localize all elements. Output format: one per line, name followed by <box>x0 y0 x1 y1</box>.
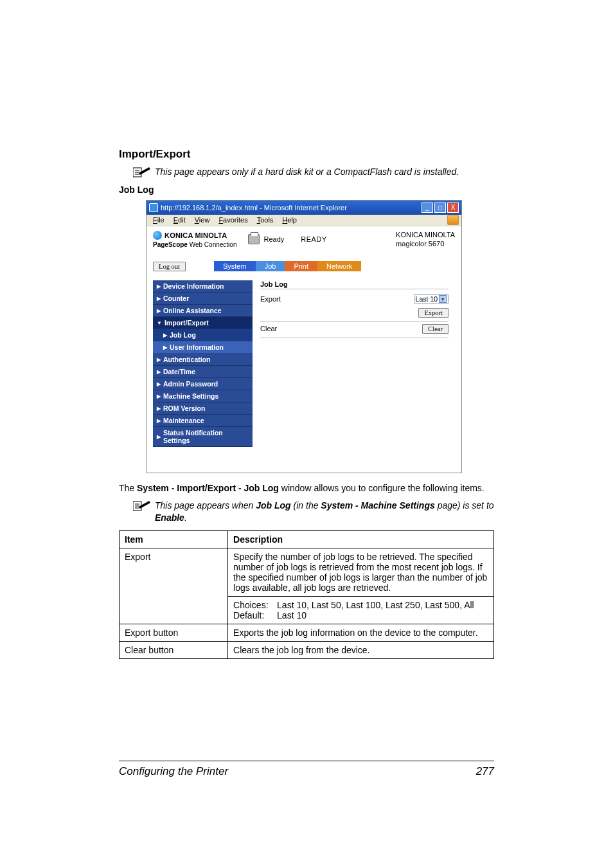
chevron-right-icon: ▶ <box>157 393 161 399</box>
export-count-select[interactable]: Last 10 ▾ <box>414 294 449 303</box>
chevron-right-icon: ▶ <box>157 357 161 363</box>
model-line2: magicolor 5670 <box>396 239 455 248</box>
ie-icon <box>149 203 158 212</box>
export-button[interactable]: Export <box>418 308 449 318</box>
sidebar-item-label: Counter <box>163 294 189 302</box>
sidebar-item-label: Authentication <box>163 356 211 363</box>
ie-throbber-icon <box>447 215 459 225</box>
export-row: Export Last 10 ▾ <box>260 294 449 303</box>
td-export-button-desc: Exports the job log information on the d… <box>228 624 494 642</box>
sidebar-item-maintenance[interactable]: ▶Maintenance <box>153 415 253 427</box>
note2-pre: This page appears when <box>155 500 256 511</box>
chevron-right-icon: ▶ <box>157 381 161 387</box>
window-minimize-button[interactable]: _ <box>422 203 433 213</box>
note2-mid: (in the <box>291 500 321 511</box>
sidebar-item-date-time[interactable]: ▶Date/Time <box>153 366 253 378</box>
sidebar-item-machine-settings[interactable]: ▶Machine Settings <box>153 390 253 402</box>
header-bar: KONICA MINOLTA PageScope Web Connection … <box>153 230 455 249</box>
note-text: This page appears only if a hard disk ki… <box>155 166 459 178</box>
logout-button[interactable]: Log out <box>153 262 186 271</box>
divider <box>260 338 449 338</box>
td-clear-button-item: Clear button <box>120 642 228 659</box>
menu-bar: File Edit View Favorites Tools Help <box>147 215 461 226</box>
sidebar-sub-user-info[interactable]: ▶User Information <box>153 341 253 354</box>
sidebar-item-label: Job Log <box>170 331 196 339</box>
tab-network[interactable]: Network <box>317 261 361 271</box>
menu-tools[interactable]: Tools <box>253 215 278 224</box>
sidebar-item-import-export[interactable]: ▼Import/Export <box>153 317 253 329</box>
subsection-heading: Job Log <box>119 185 494 195</box>
td-export-choices: Choices:Last 10, Last 50, Last 100, Last… <box>228 597 494 624</box>
note2-b3: Enable <box>155 512 184 523</box>
chevron-right-icon: ▶ <box>157 406 161 411</box>
sidebar-item-device-info[interactable]: ▶Device Information <box>153 280 253 293</box>
chevron-right-icon: ▶ <box>163 345 167 350</box>
chevron-down-icon: ▾ <box>439 295 447 303</box>
description-table: Item Description Export Specify the numb… <box>119 530 494 659</box>
chevron-right-icon: ▶ <box>157 418 161 424</box>
td-export-desc: Specify the number of job logs to be ret… <box>228 548 494 597</box>
note2-mid2: page) is set to <box>435 500 494 511</box>
chevron-right-icon: ▶ <box>157 369 161 375</box>
note-joblog-enable: This page appears when Job Log (in the S… <box>119 500 494 524</box>
sidebar-item-rom-version[interactable]: ▶ROM Version <box>153 402 253 415</box>
sidebar-item-label: Device Information <box>163 282 224 290</box>
window-maximize-button[interactable]: □ <box>434 203 446 213</box>
sidebar-item-label: User Information <box>170 343 224 351</box>
note-icon <box>133 500 151 511</box>
sidebar-item-admin-password[interactable]: ▶Admin Password <box>153 378 253 390</box>
sidebar-item-label: Machine Settings <box>163 392 218 400</box>
sidebar-item-label: Status Notification Settings <box>163 429 249 444</box>
window-titlebar: http://192.168.1.2/a_index.html - Micros… <box>147 201 461 215</box>
window-close-button[interactable]: X <box>447 203 459 213</box>
clear-label: Clear <box>260 325 324 332</box>
export-desc-text: Specify the number of job logs to be ret… <box>233 552 488 593</box>
td-clear-button-desc: Clears the job log from the device. <box>228 642 494 659</box>
menu-edit[interactable]: Edit <box>170 215 190 224</box>
sidebar-item-label: Admin Password <box>163 380 218 388</box>
chevron-right-icon: ▶ <box>163 332 167 338</box>
body-post: window allows you to configure the follo… <box>279 483 484 493</box>
body-bold: System - Import/Export - Job Log <box>137 483 279 493</box>
td-export-item: Export <box>120 548 228 624</box>
td-export-button-item: Export button <box>120 624 228 642</box>
section-heading: Import/Export <box>119 148 494 161</box>
tab-job[interactable]: Job <box>256 261 285 271</box>
tab-system[interactable]: System <box>214 261 256 271</box>
chevron-right-icon: ▶ <box>157 284 161 289</box>
km-logo: KONICA MINOLTA <box>153 231 236 240</box>
export-label: Export <box>260 295 324 303</box>
page-content: KONICA MINOLTA PageScope Web Connection … <box>147 226 461 473</box>
clear-button[interactable]: Clear <box>422 324 449 334</box>
note2-b2: System - Machine Settings <box>321 500 434 511</box>
pagescope-bold: PageScope <box>153 241 188 248</box>
chevron-right-icon: ▶ <box>157 296 161 302</box>
sidebar-item-authentication[interactable]: ▶Authentication <box>153 354 253 366</box>
clear-row: Clear Clear <box>260 325 449 332</box>
status-label: Ready <box>263 235 284 243</box>
body-paragraph: The System - Import/Export - Job Log win… <box>119 482 494 495</box>
menu-help[interactable]: Help <box>278 215 301 224</box>
tab-print[interactable]: Print <box>285 261 317 271</box>
menu-file[interactable]: File <box>149 215 168 224</box>
note-text: This page appears when Job Log (in the S… <box>155 500 494 524</box>
menu-view[interactable]: View <box>191 215 214 224</box>
window-title: http://192.168.1.2/a_index.html - Micros… <box>161 204 422 212</box>
divider <box>260 321 449 322</box>
pagescope-rest: Web Connection <box>188 241 237 248</box>
menu-favorites[interactable]: Favorites <box>215 215 251 224</box>
sidebar-item-label: Maintenance <box>163 417 204 424</box>
th-item: Item <box>120 531 228 548</box>
pagescope-label: PageScope Web Connection <box>153 241 236 248</box>
choices-value: Last 10, Last 50, Last 100, Last 250, La… <box>277 600 474 610</box>
sidebar-item-status-notification[interactable]: ▶Status Notification Settings <box>153 427 253 447</box>
sidebar-item-counter[interactable]: ▶Counter <box>153 293 253 305</box>
chevron-right-icon: ▶ <box>157 308 161 314</box>
note2-b1: Job Log <box>256 500 290 511</box>
sidebar-item-online-assistance[interactable]: ▶Online Assistance <box>153 305 253 317</box>
select-value: Last 10 <box>416 295 438 303</box>
sidebar-item-label: Import/Export <box>164 319 209 327</box>
footer-page-number: 277 <box>476 765 494 778</box>
sidebar: ▶Device Information ▶Counter ▶Online Ass… <box>153 280 253 472</box>
sidebar-sub-job-log[interactable]: ▶Job Log <box>153 329 253 341</box>
